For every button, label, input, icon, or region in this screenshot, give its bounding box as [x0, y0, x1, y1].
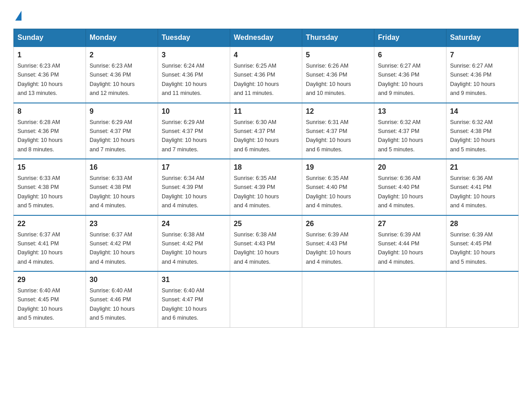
day-number: 21 [450, 162, 515, 173]
page-header [13, 9, 519, 20]
calendar-cell: 8Sunrise: 6:28 AMSunset: 4:36 PMDaylight… [14, 103, 86, 159]
calendar-cell: 2Sunrise: 6:23 AMSunset: 4:36 PMDaylight… [86, 47, 158, 103]
week-row-2: 8Sunrise: 6:28 AMSunset: 4:36 PMDaylight… [14, 103, 519, 159]
calendar-cell [230, 271, 302, 327]
day-number: 4 [234, 50, 298, 60]
calendar-cell: 7Sunrise: 6:27 AMSunset: 4:36 PMDaylight… [446, 47, 519, 103]
calendar-cell [302, 271, 374, 327]
day-number: 1 [17, 50, 82, 60]
day-number: 6 [378, 50, 442, 60]
day-info: Sunrise: 6:37 AMSunset: 4:42 PMDaylight:… [90, 231, 135, 265]
header-friday: Friday [374, 29, 446, 47]
calendar-cell: 21Sunrise: 6:36 AMSunset: 4:41 PMDayligh… [446, 159, 519, 215]
week-row-5: 29Sunrise: 6:40 AMSunset: 4:45 PMDayligh… [14, 271, 519, 327]
day-number: 3 [162, 50, 226, 60]
calendar-cell: 5Sunrise: 6:26 AMSunset: 4:36 PMDaylight… [302, 47, 374, 103]
calendar-cell: 4Sunrise: 6:25 AMSunset: 4:36 PMDaylight… [230, 47, 302, 103]
day-number: 10 [162, 106, 226, 117]
calendar-cell: 22Sunrise: 6:37 AMSunset: 4:41 PMDayligh… [14, 215, 86, 272]
calendar-cell: 19Sunrise: 6:35 AMSunset: 4:40 PMDayligh… [302, 159, 374, 215]
calendar-cell: 3Sunrise: 6:24 AMSunset: 4:36 PMDaylight… [158, 47, 230, 103]
day-number: 27 [378, 218, 442, 229]
calendar-header: SundayMondayTuesdayWednesdayThursdayFrid… [14, 29, 519, 47]
day-info: Sunrise: 6:36 AMSunset: 4:40 PMDaylight:… [378, 175, 423, 209]
week-row-1: 1Sunrise: 6:23 AMSunset: 4:36 PMDaylight… [14, 47, 519, 103]
day-info: Sunrise: 6:39 AMSunset: 4:45 PMDaylight:… [450, 231, 495, 265]
day-info: Sunrise: 6:35 AMSunset: 4:40 PMDaylight:… [306, 175, 351, 209]
calendar-cell: 30Sunrise: 6:40 AMSunset: 4:46 PMDayligh… [86, 271, 158, 327]
calendar-cell: 26Sunrise: 6:39 AMSunset: 4:43 PMDayligh… [302, 215, 374, 272]
day-number: 7 [450, 50, 515, 60]
calendar-table: SundayMondayTuesdayWednesdayThursdayFrid… [13, 29, 519, 328]
calendar-cell: 18Sunrise: 6:35 AMSunset: 4:39 PMDayligh… [230, 159, 302, 215]
calendar-body: 1Sunrise: 6:23 AMSunset: 4:36 PMDaylight… [14, 47, 519, 327]
day-number: 17 [162, 162, 226, 173]
day-info: Sunrise: 6:40 AMSunset: 4:46 PMDaylight:… [90, 287, 135, 321]
day-info: Sunrise: 6:27 AMSunset: 4:36 PMDaylight:… [450, 63, 495, 96]
day-info: Sunrise: 6:27 AMSunset: 4:36 PMDaylight:… [378, 63, 423, 96]
day-info: Sunrise: 6:23 AMSunset: 4:36 PMDaylight:… [17, 63, 63, 96]
day-info: Sunrise: 6:36 AMSunset: 4:41 PMDaylight:… [450, 175, 495, 209]
calendar-cell: 13Sunrise: 6:32 AMSunset: 4:37 PMDayligh… [374, 103, 446, 159]
day-number: 2 [90, 50, 154, 60]
day-number: 22 [17, 218, 82, 229]
day-number: 19 [306, 162, 370, 173]
header-wednesday: Wednesday [230, 29, 302, 47]
day-info: Sunrise: 6:38 AMSunset: 4:43 PMDaylight:… [234, 231, 279, 265]
day-number: 29 [17, 274, 82, 285]
day-number: 20 [378, 162, 442, 173]
day-info: Sunrise: 6:39 AMSunset: 4:43 PMDaylight:… [306, 231, 351, 265]
day-number: 11 [234, 106, 298, 117]
day-info: Sunrise: 6:34 AMSunset: 4:39 PMDaylight:… [162, 175, 207, 209]
day-info: Sunrise: 6:23 AMSunset: 4:36 PMDaylight:… [90, 63, 135, 96]
day-number: 5 [306, 50, 370, 60]
day-info: Sunrise: 6:40 AMSunset: 4:45 PMDaylight:… [17, 287, 63, 321]
day-info: Sunrise: 6:32 AMSunset: 4:38 PMDaylight:… [450, 119, 495, 153]
calendar-cell: 29Sunrise: 6:40 AMSunset: 4:45 PMDayligh… [14, 271, 86, 327]
day-info: Sunrise: 6:38 AMSunset: 4:42 PMDaylight:… [162, 231, 207, 265]
day-number: 25 [234, 218, 298, 229]
day-info: Sunrise: 6:33 AMSunset: 4:38 PMDaylight:… [17, 175, 63, 209]
header-sunday: Sunday [14, 29, 86, 47]
day-number: 13 [378, 106, 442, 117]
day-number: 15 [17, 162, 82, 173]
day-info: Sunrise: 6:29 AMSunset: 4:37 PMDaylight:… [90, 119, 135, 153]
header-row: SundayMondayTuesdayWednesdayThursdayFrid… [14, 29, 519, 47]
calendar-cell: 12Sunrise: 6:31 AMSunset: 4:37 PMDayligh… [302, 103, 374, 159]
calendar-cell: 23Sunrise: 6:37 AMSunset: 4:42 PMDayligh… [86, 215, 158, 272]
day-info: Sunrise: 6:29 AMSunset: 4:37 PMDaylight:… [162, 119, 207, 153]
logo-triangle-icon [15, 11, 21, 21]
day-number: 12 [306, 106, 370, 117]
day-number: 23 [90, 218, 154, 229]
day-number: 30 [90, 274, 154, 285]
calendar-cell: 27Sunrise: 6:39 AMSunset: 4:44 PMDayligh… [374, 215, 446, 272]
day-info: Sunrise: 6:31 AMSunset: 4:37 PMDaylight:… [306, 119, 351, 153]
day-info: Sunrise: 6:28 AMSunset: 4:36 PMDaylight:… [17, 119, 63, 153]
day-info: Sunrise: 6:24 AMSunset: 4:36 PMDaylight:… [162, 63, 207, 96]
calendar-cell: 31Sunrise: 6:40 AMSunset: 4:47 PMDayligh… [158, 271, 230, 327]
calendar-cell: 25Sunrise: 6:38 AMSunset: 4:43 PMDayligh… [230, 215, 302, 272]
day-number: 16 [90, 162, 154, 173]
calendar-cell [374, 271, 446, 327]
day-number: 18 [234, 162, 298, 173]
calendar-cell: 9Sunrise: 6:29 AMSunset: 4:37 PMDaylight… [86, 103, 158, 159]
header-tuesday: Tuesday [158, 29, 230, 47]
day-number: 9 [90, 106, 154, 117]
calendar-cell: 20Sunrise: 6:36 AMSunset: 4:40 PMDayligh… [374, 159, 446, 215]
day-info: Sunrise: 6:33 AMSunset: 4:38 PMDaylight:… [90, 175, 135, 209]
day-info: Sunrise: 6:37 AMSunset: 4:41 PMDaylight:… [17, 231, 63, 265]
day-info: Sunrise: 6:30 AMSunset: 4:37 PMDaylight:… [234, 119, 279, 153]
calendar-cell: 10Sunrise: 6:29 AMSunset: 4:37 PMDayligh… [158, 103, 230, 159]
week-row-3: 15Sunrise: 6:33 AMSunset: 4:38 PMDayligh… [14, 159, 519, 215]
day-info: Sunrise: 6:39 AMSunset: 4:44 PMDaylight:… [378, 231, 423, 265]
calendar-cell: 15Sunrise: 6:33 AMSunset: 4:38 PMDayligh… [14, 159, 86, 215]
header-saturday: Saturday [446, 29, 519, 47]
calendar-cell: 24Sunrise: 6:38 AMSunset: 4:42 PMDayligh… [158, 215, 230, 272]
day-number: 24 [162, 218, 226, 229]
week-row-4: 22Sunrise: 6:37 AMSunset: 4:41 PMDayligh… [14, 215, 519, 272]
day-info: Sunrise: 6:26 AMSunset: 4:36 PMDaylight:… [306, 63, 351, 96]
day-info: Sunrise: 6:40 AMSunset: 4:47 PMDaylight:… [162, 287, 207, 321]
calendar-cell: 17Sunrise: 6:34 AMSunset: 4:39 PMDayligh… [158, 159, 230, 215]
day-number: 28 [450, 218, 515, 229]
calendar-cell: 11Sunrise: 6:30 AMSunset: 4:37 PMDayligh… [230, 103, 302, 159]
